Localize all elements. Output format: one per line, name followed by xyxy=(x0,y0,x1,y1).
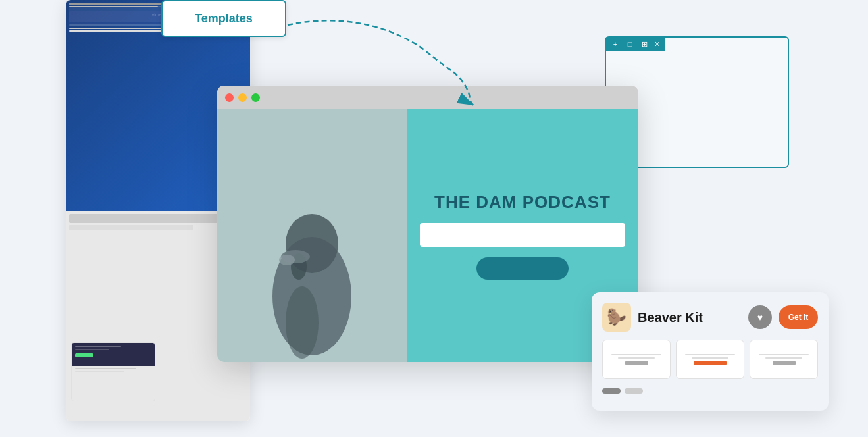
kit-thumb-1[interactable] xyxy=(602,340,671,379)
mac-maximize-button[interactable] xyxy=(251,93,260,102)
beaver-kit-card: 🦫 Beaver Kit ♥ Get it xyxy=(592,292,829,411)
beaver-kit-logo: 🦫 xyxy=(602,303,631,332)
mac-titlebar xyxy=(217,86,638,109)
grid-icon[interactable]: ⊞ xyxy=(640,39,649,49)
beaver-kit-thumbnails xyxy=(602,340,818,379)
svg-point-3 xyxy=(286,286,319,359)
beaver-image xyxy=(253,191,371,362)
svg-point-5 xyxy=(279,255,295,265)
page-dot-1[interactable] xyxy=(602,388,621,394)
main-scene: Modules Rows Group Content Pages ▾ xyxy=(0,0,868,437)
beaver-kit-cta-button[interactable]: Get it xyxy=(779,305,818,329)
templates-tab-label: Templates xyxy=(195,12,253,26)
heart-icon: ♥ xyxy=(757,312,763,322)
page-dot-2[interactable] xyxy=(625,388,643,394)
add-icon[interactable]: + xyxy=(611,39,620,49)
podcast-title: THE DAM PODCAST xyxy=(434,192,611,213)
beaver-kit-title: Beaver Kit xyxy=(638,310,742,325)
mac-window: THE DAM PODCAST xyxy=(217,86,638,362)
kit-thumb-3[interactable] xyxy=(750,340,818,379)
mac-left-panel xyxy=(217,109,407,362)
beaver-kit-header: 🦫 Beaver Kit ♥ Get it xyxy=(602,303,818,332)
right-panel-toolbar: + □ ⊞ ✕ xyxy=(605,37,665,51)
podcast-input-field[interactable] xyxy=(420,223,625,247)
kit-thumb-2[interactable] xyxy=(676,340,744,379)
close-icon[interactable]: ✕ xyxy=(654,40,660,49)
mac-content: THE DAM PODCAST xyxy=(217,109,638,362)
beaver-kit-heart-button[interactable]: ♥ xyxy=(748,305,772,329)
mac-minimize-button[interactable] xyxy=(238,93,247,102)
mac-close-button[interactable] xyxy=(225,93,234,102)
podcast-submit-button[interactable] xyxy=(476,257,569,280)
comment-icon[interactable]: □ xyxy=(625,39,634,49)
kit-pagination xyxy=(602,388,818,394)
templates-tab-button[interactable]: Templates xyxy=(161,0,286,37)
